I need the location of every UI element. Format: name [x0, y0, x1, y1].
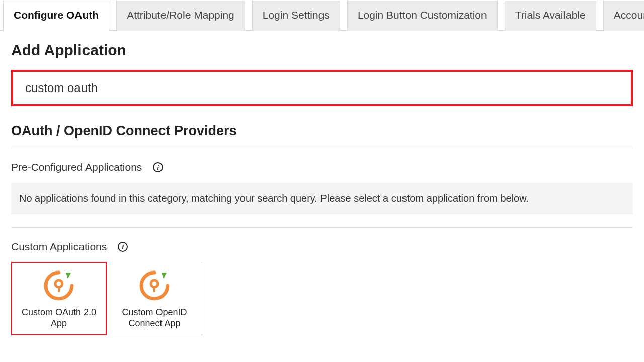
tab-attribute-role-mapping[interactable]: Attribute/Role Mapping	[116, 1, 245, 31]
empty-state-message: No applications found in this category, …	[11, 183, 633, 214]
custom-heading: Custom Applications	[11, 241, 107, 253]
info-icon[interactable]: i	[118, 242, 128, 252]
card-label: Custom OAuth 2.0 App	[17, 307, 101, 329]
custom-section-header: Custom Applications i	[11, 241, 633, 253]
tab-account-setup[interactable]: Account Setu	[603, 1, 644, 31]
card-custom-openid-app[interactable]: Custom OpenID Connect App	[107, 262, 202, 335]
card-label: Custom OpenID Connect App	[112, 307, 197, 329]
tab-trials-available[interactable]: Trials Available	[505, 1, 596, 31]
oauth-icon	[138, 269, 171, 302]
tab-login-settings[interactable]: Login Settings	[252, 1, 340, 31]
tab-configure-oauth[interactable]: Configure OAuth	[3, 1, 109, 31]
svg-rect-3	[153, 286, 155, 292]
search-highlight-box	[11, 70, 633, 106]
svg-point-0	[55, 280, 62, 287]
divider	[11, 148, 633, 148]
preconfigured-heading: Pre-Configured Applications	[11, 161, 142, 173]
custom-app-cards: Custom OAuth 2.0 App Custom OpenID Conne…	[11, 262, 633, 335]
divider	[11, 227, 633, 228]
tab-login-button-customization[interactable]: Login Button Customization	[347, 1, 498, 31]
tab-bar: Configure OAuth Attribute/Role Mapping L…	[0, 0, 644, 31]
content-area: Add Application OAuth / OpenID Connect P…	[0, 31, 644, 350]
providers-heading: OAuth / OpenID Connect Providers	[11, 123, 633, 139]
preconfigured-section-header: Pre-Configured Applications i	[11, 161, 633, 173]
svg-point-2	[151, 280, 158, 287]
info-icon[interactable]: i	[153, 162, 163, 172]
application-search-input[interactable]	[14, 73, 630, 103]
page-title: Add Application	[11, 42, 633, 59]
oauth-icon	[43, 269, 75, 302]
card-custom-oauth-app[interactable]: Custom OAuth 2.0 App	[11, 262, 107, 335]
svg-rect-1	[58, 286, 60, 292]
